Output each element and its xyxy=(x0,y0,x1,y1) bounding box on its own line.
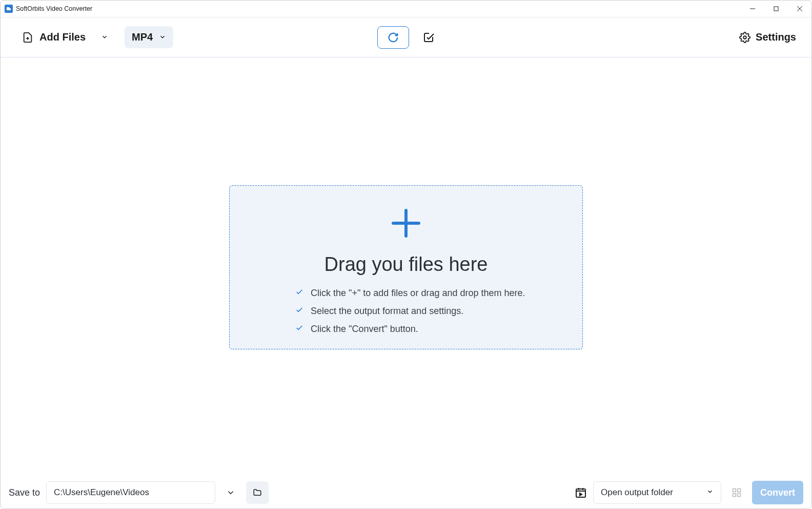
browse-folder-button[interactable] xyxy=(246,481,269,504)
refresh-icon xyxy=(388,32,399,43)
open-output-dropdown[interactable]: Open output folder xyxy=(593,481,721,504)
folder-icon xyxy=(253,488,262,497)
grid-merge-icon xyxy=(732,487,742,498)
drop-title: Drag you files here xyxy=(324,253,488,276)
drop-zone[interactable]: Drag you files here Click the "+" to add… xyxy=(229,185,583,349)
gear-icon xyxy=(739,32,750,43)
chevron-down-icon xyxy=(159,31,166,43)
svg-rect-3 xyxy=(733,489,736,492)
steps-list: Click the "+" to add files or drag and d… xyxy=(230,288,582,335)
plus-icon xyxy=(388,205,424,243)
refresh-button[interactable] xyxy=(377,26,409,49)
svg-rect-4 xyxy=(738,489,741,492)
chevron-down-icon xyxy=(101,31,108,43)
app-title: SoftOrbits Video Converter xyxy=(16,5,92,12)
svg-rect-0 xyxy=(774,7,778,11)
save-path-value: C:\Users\Eugene\Videos xyxy=(54,487,149,498)
check-icon xyxy=(295,324,303,334)
check-icon xyxy=(295,288,303,298)
step-text: Select the output format and settings. xyxy=(311,306,463,317)
app-icon xyxy=(5,5,13,13)
minimize-button[interactable] xyxy=(741,1,764,17)
settings-button[interactable]: Settings xyxy=(739,31,796,43)
step-item: Select the output format and settings. xyxy=(295,306,582,317)
format-selector[interactable]: MP4 xyxy=(125,26,173,48)
close-button[interactable] xyxy=(788,1,811,17)
format-label: MP4 xyxy=(132,31,153,43)
calendar-play-icon xyxy=(575,486,587,499)
add-files-label: Add Files xyxy=(39,31,86,43)
bottom-bar: Save to C:\Users\Eugene\Videos Open outp… xyxy=(1,477,811,508)
merge-button[interactable] xyxy=(725,481,748,504)
main-area: Drag you files here Click the "+" to add… xyxy=(1,57,811,477)
step-item: Click the "Convert" button. xyxy=(295,324,582,335)
convert-label: Convert xyxy=(760,487,795,498)
toolbar: Add Files MP4 Settings xyxy=(1,17,811,57)
chevron-down-icon xyxy=(706,487,714,498)
open-output-label: Open output folder xyxy=(601,487,673,498)
svg-rect-2 xyxy=(576,489,585,497)
title-bar: SoftOrbits Video Converter xyxy=(1,1,811,17)
path-dropdown-button[interactable] xyxy=(219,481,242,504)
step-text: Click the "Convert" button. xyxy=(311,324,418,335)
checkbox-edit-icon xyxy=(422,31,435,44)
save-path-input[interactable]: C:\Users\Eugene\Videos xyxy=(46,481,215,504)
select-mode-button[interactable] xyxy=(422,31,435,44)
svg-point-1 xyxy=(743,36,746,39)
check-icon xyxy=(295,306,303,316)
settings-label: Settings xyxy=(756,31,796,43)
add-files-button[interactable]: Add Files xyxy=(15,26,115,48)
file-plus-icon xyxy=(22,32,33,43)
chevron-down-icon xyxy=(226,488,235,497)
step-text: Click the "+" to add files or drag and d… xyxy=(311,288,525,299)
svg-rect-5 xyxy=(733,494,736,497)
schedule-button[interactable] xyxy=(573,484,589,501)
save-to-label: Save to xyxy=(9,487,40,498)
convert-button[interactable]: Convert xyxy=(752,481,803,504)
step-item: Click the "+" to add files or drag and d… xyxy=(295,288,582,299)
svg-rect-6 xyxy=(738,494,741,497)
maximize-button[interactable] xyxy=(764,1,788,17)
